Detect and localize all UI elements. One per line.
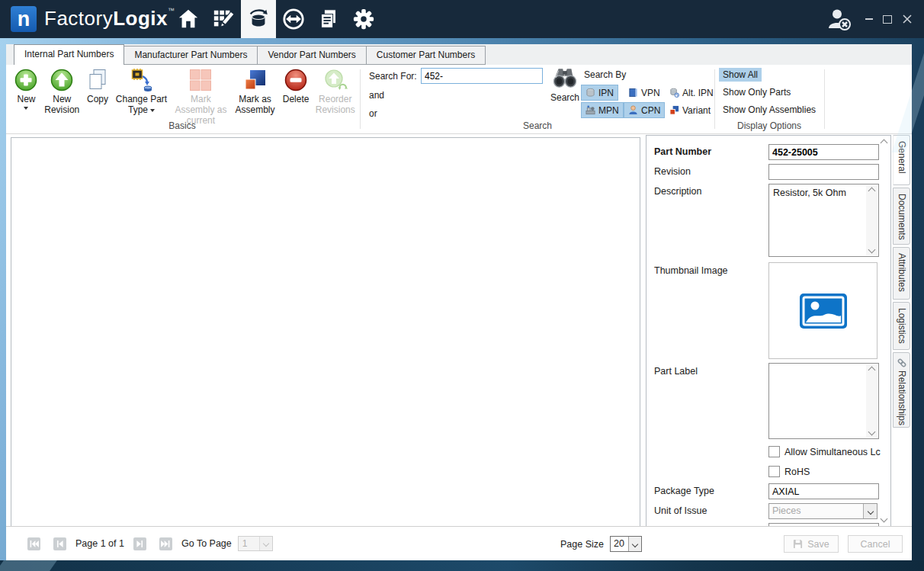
search-by-variant-toggle[interactable]: Variant bbox=[665, 102, 715, 118]
settings-gear-icon[interactable] bbox=[346, 0, 381, 38]
chevron-down-icon bbox=[263, 541, 269, 547]
combo-arrow-button bbox=[628, 537, 641, 551]
alt-ipn-label: Alt. IPN bbox=[682, 88, 714, 98]
panel-scroll-down-icon[interactable] bbox=[881, 515, 888, 523]
first-page-icon bbox=[30, 541, 39, 547]
side-tab-documents[interactable]: Documents bbox=[893, 188, 910, 245]
delete-button[interactable]: Delete bbox=[280, 66, 313, 104]
mark-as-assembly-label: Mark as Assembly bbox=[236, 94, 275, 115]
search-by-cpn-toggle[interactable]: CPN bbox=[624, 102, 665, 118]
alt-ipn-icon bbox=[669, 88, 679, 98]
go-to-page-value: 1 bbox=[239, 537, 259, 550]
scroll-up-icon[interactable] bbox=[868, 367, 876, 374]
tab-manufacturer-part-numbers[interactable]: Manufacturer Part Numbers bbox=[124, 46, 258, 65]
tab-customer-part-numbers[interactable]: Customer Part Numbers bbox=[366, 46, 486, 65]
home-icon[interactable] bbox=[171, 0, 206, 38]
thumbnail-image-box[interactable] bbox=[768, 262, 877, 359]
new-revision-button[interactable]: New Revision bbox=[42, 66, 82, 115]
new-revision-icon bbox=[50, 68, 74, 92]
part-label-label: Part Label bbox=[654, 366, 698, 377]
logo-letter: n bbox=[18, 9, 30, 30]
search-by-vpn-toggle[interactable]: VPN bbox=[624, 85, 665, 101]
user-logout-icon[interactable] bbox=[826, 8, 854, 32]
part-number-input[interactable] bbox=[768, 144, 879, 160]
search-input[interactable] bbox=[421, 68, 543, 84]
first-page-button bbox=[27, 537, 40, 550]
search-by-ipn-toggle[interactable]: IPN bbox=[581, 85, 618, 101]
scroll-down-icon[interactable] bbox=[868, 246, 876, 254]
unit-of-issue-value: Pieces bbox=[769, 504, 863, 518]
side-tab-logistics[interactable]: Logistics bbox=[893, 302, 910, 350]
scroll-up-icon[interactable] bbox=[868, 188, 876, 195]
description-textarea[interactable]: Resistor, 5k Ohm bbox=[768, 184, 879, 257]
search-for-label: Search For: bbox=[369, 71, 417, 82]
revision-input[interactable] bbox=[768, 164, 879, 180]
mark-as-assembly-button[interactable]: Mark as Assembly bbox=[232, 66, 278, 115]
previous-page-button bbox=[53, 537, 66, 550]
titlebar: n FactoryLogix™ bbox=[0, 0, 924, 38]
search-button[interactable]: Search bbox=[547, 67, 582, 103]
ipn-icon bbox=[586, 88, 595, 98]
cancel-button-label: Cancel bbox=[861, 539, 890, 550]
part-label-textarea[interactable] bbox=[768, 363, 879, 439]
package-type-input[interactable] bbox=[768, 483, 879, 499]
part-label-scrollbar[interactable] bbox=[866, 364, 877, 438]
page-size-value: 20 bbox=[611, 537, 628, 551]
transfer-icon[interactable] bbox=[276, 0, 311, 38]
ribbon-separator bbox=[824, 69, 825, 129]
reports-icon[interactable] bbox=[311, 0, 346, 38]
new-button-label: New bbox=[17, 94, 35, 104]
minimize-button[interactable] bbox=[861, 12, 877, 26]
search-button-label: Search bbox=[547, 92, 582, 103]
allow-simultaneous-checkbox[interactable] bbox=[768, 446, 780, 457]
change-part-type-button[interactable]: Change Part Type bbox=[114, 66, 170, 115]
copy-icon bbox=[85, 68, 110, 92]
pager: Page 1 of 1 Go To Page 1 bbox=[27, 536, 273, 551]
copy-button[interactable]: Copy bbox=[84, 66, 112, 104]
show-all-option[interactable]: Show All bbox=[719, 68, 762, 82]
side-tab-attributes[interactable]: Attributes bbox=[893, 247, 910, 300]
scroll-down-icon[interactable] bbox=[868, 428, 876, 436]
next-page-icon bbox=[136, 541, 143, 547]
content-area: Internal Part Numbers Manufacturer Part … bbox=[6, 44, 912, 560]
tab-vendor-part-numbers[interactable]: Vendor Part Numbers bbox=[257, 46, 366, 65]
bottom-bar: Page 1 of 1 Go To Page 1 Page Size 20 bbox=[6, 526, 912, 560]
maximize-icon bbox=[883, 15, 892, 24]
combo-arrow-button bbox=[259, 537, 272, 550]
binoculars-icon bbox=[553, 67, 577, 88]
frame-highlight bbox=[0, 560, 57, 571]
close-button[interactable] bbox=[900, 12, 915, 26]
new-revision-label: New Revision bbox=[44, 94, 79, 115]
package-type-label: Package Type bbox=[654, 486, 714, 496]
allow-simultaneous-label: Allow Simultaneous Lc bbox=[784, 447, 881, 457]
new-button[interactable]: New bbox=[12, 66, 40, 110]
tab-internal-part-numbers[interactable]: Internal Part Numbers bbox=[14, 44, 124, 65]
variant-icon bbox=[669, 105, 679, 115]
side-tab-relationships[interactable]: Relationships bbox=[893, 352, 910, 428]
next-page-button bbox=[133, 537, 146, 550]
description-scrollbar[interactable] bbox=[866, 185, 877, 255]
materials-database-icon[interactable] bbox=[241, 0, 276, 38]
mark-assembly-as-current-button: Mark Assembly as current bbox=[172, 66, 231, 126]
main-nav bbox=[171, 0, 381, 38]
parts-list-area[interactable] bbox=[11, 137, 640, 528]
search-by-mpn-toggle[interactable]: MPN bbox=[581, 102, 624, 118]
change-part-type-icon bbox=[130, 68, 154, 92]
panel-scroll-up-icon[interactable] bbox=[881, 140, 888, 147]
show-only-parts-option[interactable]: Show Only Parts bbox=[719, 85, 794, 99]
search-by-alt-ipn-toggle[interactable]: Alt. IPN bbox=[665, 85, 718, 101]
part-details-panel: Part Number Revision Description Resisto… bbox=[646, 135, 891, 528]
production-editor-icon[interactable] bbox=[206, 0, 241, 38]
page-size-label: Page Size bbox=[560, 539, 604, 550]
side-tab-logistics-label: Logistics bbox=[897, 308, 907, 344]
maximize-button[interactable] bbox=[880, 12, 895, 26]
side-tab-attributes-label: Attributes bbox=[897, 253, 907, 292]
show-only-assemblies-option[interactable]: Show Only Assemblies bbox=[719, 103, 820, 117]
description-value: Resistor, 5k Ohm bbox=[773, 188, 865, 198]
variant-label: Variant bbox=[682, 105, 711, 116]
revision-label: Revision bbox=[654, 166, 691, 177]
vpn-icon bbox=[628, 88, 638, 98]
rohs-checkbox[interactable] bbox=[768, 466, 780, 477]
app-logo: n bbox=[11, 6, 37, 32]
page-size-select[interactable]: 20 bbox=[610, 536, 642, 552]
